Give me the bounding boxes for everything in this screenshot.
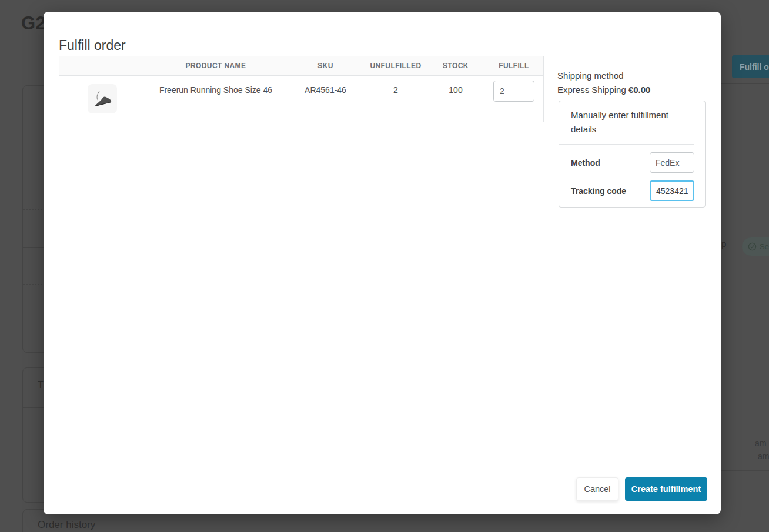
fulfill-qty-cell <box>484 76 543 113</box>
tracking-code-input[interactable] <box>650 180 694 201</box>
fulfill-order-dialog: Fulfill order PRODUCT NAME SKU UNFULFILL… <box>44 12 721 514</box>
method-input[interactable] <box>650 152 694 173</box>
fulfill-items-table: PRODUCT NAME SKU UNFULFILLED STOCK FULFI… <box>59 56 543 113</box>
history-timestamp-partial: am <box>758 451 769 461</box>
table-right-divider <box>543 56 544 122</box>
order-history-title: Order history <box>38 519 95 531</box>
sneaker-icon <box>91 87 114 111</box>
table-header-row: PRODUCT NAME SKU UNFULFILLED STOCK FULFI… <box>59 56 543 76</box>
history-divider <box>721 470 769 471</box>
fulfill-order-button-background[interactable]: Fulfill o <box>732 55 769 78</box>
product-image-cell <box>59 76 145 113</box>
shipping-method-label: Shipping method <box>557 71 624 81</box>
order-number-heading: G2 <box>21 13 46 34</box>
shipping-name: Express Shipping <box>557 85 626 95</box>
page: G2 Fulfill o T Order history p Se am am … <box>0 0 769 532</box>
method-label: Method <box>571 158 600 168</box>
payment-card-title-partial: T <box>38 380 44 390</box>
create-fulfillment-button[interactable]: Create fulfillment <box>625 477 707 501</box>
column-header-stock: STOCK <box>427 56 484 75</box>
status-badge-label: Se <box>760 242 769 251</box>
toolbar-divider <box>721 83 769 84</box>
tracking-code-label: Tracking code <box>571 186 626 196</box>
column-header-fulfill: FULFILL <box>484 56 543 75</box>
cancel-button[interactable]: Cancel <box>576 477 618 501</box>
column-header-sku: SKU <box>286 56 365 75</box>
shipping-row-text-partial: p <box>721 239 726 249</box>
stock-qty-cell: 100 <box>427 76 484 113</box>
product-name-cell: Freerun Running Shoe Size 46 <box>145 76 286 113</box>
history-timestamp-partial: am <box>755 439 766 448</box>
table-row: Freerun Running Shoe Size 46 AR4561-46 2… <box>59 76 543 113</box>
header-divider <box>0 49 44 49</box>
sku-cell: AR4561-46 <box>286 76 365 113</box>
check-circle-icon <box>748 242 757 251</box>
column-header-unfulfilled: UNFULFILLED <box>365 56 427 75</box>
status-badge: Se <box>742 237 769 256</box>
column-header-product-name: PRODUCT NAME <box>145 56 286 75</box>
column-header-image <box>59 56 145 75</box>
shipping-price: €0.00 <box>628 85 651 95</box>
dialog-title: Fulfill order <box>59 38 126 53</box>
fulfill-quantity-input[interactable] <box>493 81 534 102</box>
product-thumbnail <box>88 84 117 113</box>
manual-fulfillment-card: Manually enter fulfillment details Metho… <box>559 101 706 208</box>
manual-fulfillment-title-text: Manually enter fulfillment details <box>571 108 674 136</box>
manual-fulfillment-title: Manually enter fulfillment details <box>559 101 694 145</box>
unfulfilled-qty-cell: 2 <box>365 76 427 113</box>
shipping-method-value: Express Shipping €0.00 <box>557 85 650 95</box>
